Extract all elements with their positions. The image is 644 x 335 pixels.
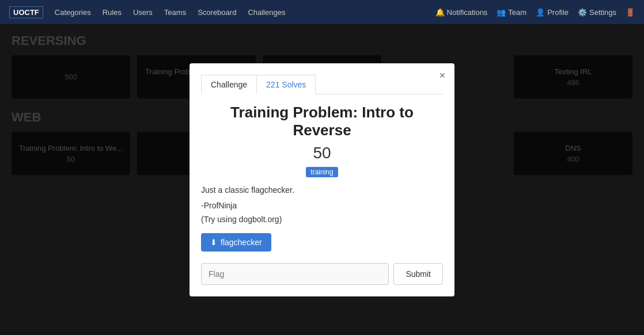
download-icon: ⬇ [210, 238, 217, 247]
navbar: UOCTF Categories Rules Users Teams Score… [0, 0, 644, 24]
modal-close-button[interactable]: × [439, 70, 445, 81]
download-section: ⬇ flagchecker [201, 233, 443, 263]
submit-button[interactable]: Submit [393, 263, 443, 285]
tab-solves[interactable]: 221 Solves [257, 75, 316, 94]
modal-hint: (Try using dogbolt.org) [201, 215, 443, 224]
modal-author: -ProfNinja [201, 201, 443, 210]
tab-challenge[interactable]: Challenge [201, 75, 257, 94]
modal-tabs: Challenge 221 Solves [201, 75, 443, 94]
download-button[interactable]: ⬇ flagchecker [201, 233, 271, 252]
nav-rules[interactable]: Rules [103, 8, 122, 17]
modal-points: 50 [201, 144, 443, 162]
nav-scoreboard[interactable]: Scoreboard [198, 8, 236, 17]
flag-input[interactable] [201, 263, 389, 285]
brand-logo: UOCTF [9, 6, 43, 18]
flag-submit-area: Submit [201, 263, 443, 285]
signout-button[interactable]: 🚪 [626, 8, 635, 17]
modal-overlay: × Challenge 221 Solves Training Problem:… [0, 24, 644, 335]
team-button[interactable]: 👥 Team [497, 8, 526, 17]
profile-icon: 👤 [536, 8, 545, 17]
bell-icon: 🔔 [435, 8, 445, 17]
signout-icon: 🚪 [626, 8, 635, 17]
nav-users[interactable]: Users [133, 8, 153, 17]
settings-icon: ⚙️ [578, 8, 587, 17]
team-icon: 👥 [497, 8, 506, 17]
settings-button[interactable]: ⚙️ Settings [578, 8, 616, 17]
nav-right: 🔔 Notifications 👥 Team 👤 Profile ⚙️ Sett… [435, 8, 635, 17]
nav-challenges[interactable]: Challenges [248, 8, 285, 17]
profile-button[interactable]: 👤 Profile [536, 8, 569, 17]
modal-badge-container: training [201, 167, 443, 177]
modal-challenge-title: Training Problem: Intro to Reverse [201, 104, 443, 139]
nav-categories[interactable]: Categories [55, 8, 91, 17]
training-badge: training [306, 167, 338, 177]
modal-description: Just a classic flagchecker. [201, 184, 443, 196]
download-label: flagchecker [221, 238, 262, 247]
challenge-modal: × Challenge 221 Solves Training Problem:… [190, 63, 454, 296]
nav-teams[interactable]: Teams [164, 8, 186, 17]
notifications-button[interactable]: 🔔 Notifications [435, 8, 488, 17]
